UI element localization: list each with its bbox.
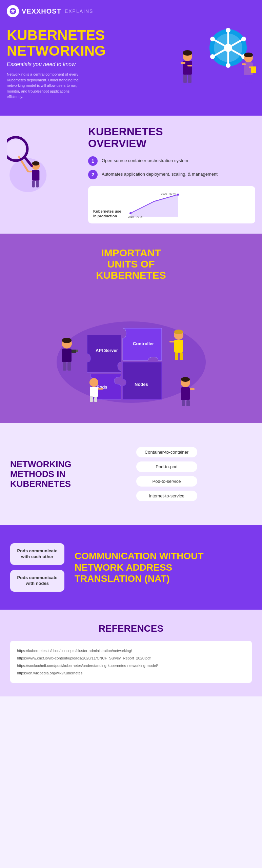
svg-rect-59 — [63, 362, 66, 371]
svg-rect-63 — [98, 388, 103, 390]
svg-rect-77 — [186, 400, 190, 406]
svg-point-13 — [210, 37, 215, 41]
ref-link-3[interactable]: https://sookocheff.com/post/kubernetes/u… — [17, 662, 245, 669]
svg-text:2020 - 83 %: 2020 - 83 % — [161, 192, 176, 195]
svg-point-45 — [177, 194, 179, 196]
method-pod-to-service: Pod-to-service — [136, 476, 197, 487]
point-text-1: Open source container orchestration syst… — [102, 156, 188, 164]
svg-rect-76 — [182, 400, 185, 406]
svg-rect-64 — [90, 396, 93, 402]
hero-title: KUBERNETESNETWORKING — [7, 27, 115, 59]
logo-area: VEXXHOST — [7, 5, 61, 17]
svg-rect-29 — [249, 75, 252, 83]
units-title: IMPORTANTUNITS OFKUBERNETES — [7, 247, 255, 281]
svg-rect-38 — [36, 181, 39, 188]
overview-title: KUBERNETESOVERVIEW — [88, 126, 255, 150]
overview-points: 1 Open source container orchestration sy… — [88, 156, 255, 179]
svg-rect-28 — [245, 75, 248, 83]
svg-rect-58 — [76, 351, 78, 352]
hero-section: KUBERNETESNETWORKING Essentials you need… — [0, 21, 262, 116]
svg-rect-74 — [181, 387, 190, 400]
references-section: REFERENCES https://kubernetes.io/docs/co… — [0, 610, 262, 696]
svg-rect-37 — [32, 181, 35, 188]
svg-point-15 — [210, 54, 215, 59]
svg-rect-69 — [169, 341, 174, 342]
chart-visual: 2019 - 78 % 2020 - 83 % — [127, 191, 250, 218]
svg-rect-65 — [94, 397, 97, 402]
magnify-illustration — [7, 126, 81, 195]
svg-point-34 — [32, 161, 40, 166]
svg-text:Controller: Controller — [133, 341, 154, 346]
svg-point-30 — [244, 53, 253, 57]
svg-rect-21 — [183, 75, 187, 83]
svg-rect-31 — [251, 66, 256, 73]
units-section: IMPORTANTUNITS OFKUBERNETES API Server C… — [0, 234, 262, 423]
chart-box: Kubernetes use in production 2019 - 78 %… — [88, 186, 255, 223]
overview-point-1: 1 Open source container orchestration sy… — [88, 156, 255, 166]
badge-pods-nodes: Pods communicate with nodes — [10, 570, 64, 592]
svg-rect-60 — [67, 362, 71, 371]
communication-badges: Pods communicate with each other Pods co… — [10, 543, 64, 592]
svg-rect-20 — [187, 65, 192, 66]
svg-text:API Server: API Server — [96, 348, 118, 353]
svg-rect-22 — [188, 75, 192, 83]
point-text-2: Automates application deployment, scalin… — [102, 170, 218, 177]
svg-point-11 — [226, 28, 230, 33]
point-number-2: 2 — [88, 170, 98, 179]
ref-link-1[interactable]: https://kubernetes.io/docs/concepts/clus… — [17, 647, 245, 654]
logo-text: VEXXHOST — [22, 7, 61, 15]
units-illustration: API Server Controller Pods Nodes — [7, 291, 255, 410]
overview-section: KUBERNETESOVERVIEW 1 Open source contain… — [0, 116, 262, 234]
svg-text:Nodes: Nodes — [135, 382, 148, 387]
communication-title: COMMUNICATION WITHOUTNETWORK ADDRESSTRAN… — [75, 550, 204, 585]
svg-point-23 — [183, 50, 192, 56]
svg-rect-70 — [175, 353, 178, 360]
svg-marker-43 — [130, 195, 178, 217]
communication-section: Pods communicate with each other Pods co… — [0, 525, 262, 610]
point-number-1: 1 — [88, 156, 98, 166]
svg-rect-35 — [32, 170, 40, 181]
svg-point-61 — [89, 378, 98, 387]
overview-point-2: 2 Automates application deployment, scal… — [88, 170, 255, 179]
svg-point-4 — [224, 44, 232, 52]
svg-rect-68 — [174, 340, 183, 353]
hero-description: Networking is a central component of eve… — [7, 72, 81, 100]
svg-rect-19 — [181, 62, 185, 64]
logo-icon — [7, 5, 19, 17]
networking-methods: Container-to-container Pod-to-pod Pod-to… — [81, 447, 252, 501]
svg-point-41 — [7, 140, 25, 158]
svg-point-44 — [129, 212, 132, 214]
svg-rect-55 — [62, 349, 72, 362]
header: VEXXHOST EXPLAINS — [0, 0, 262, 21]
svg-point-12 — [226, 63, 230, 68]
svg-rect-26 — [242, 63, 246, 65]
references-box: https://kubernetes.io/docs/concepts/clus… — [10, 641, 252, 683]
method-internet-to-service: Internet-to-service — [136, 491, 197, 501]
references-title: REFERENCES — [10, 623, 252, 634]
svg-rect-62 — [90, 387, 98, 397]
method-container-to-container: Container-to-container — [136, 447, 197, 457]
chart-label: Kubernetes use in production — [93, 209, 124, 219]
svg-point-73 — [181, 377, 190, 382]
explains-label: EXPLAINS — [65, 8, 93, 14]
svg-point-16 — [241, 37, 246, 41]
networking-title: NETWORKINGMETHODS INKUBERNETES — [10, 459, 71, 489]
svg-text:2019 - 78 %: 2019 - 78 % — [128, 215, 142, 218]
networking-section: NETWORKINGMETHODS INKUBERNETES Container… — [0, 423, 262, 525]
overview-content: KUBERNETESOVERVIEW 1 Open source contain… — [88, 126, 255, 223]
svg-rect-71 — [180, 353, 183, 360]
hero-illustration — [170, 24, 259, 99]
ref-link-2[interactable]: https://www.cncf.io/wp-content/uploads/2… — [17, 654, 245, 662]
svg-rect-57 — [72, 350, 76, 353]
badge-pods-each-other: Pods communicate with each other — [10, 543, 64, 565]
svg-point-54 — [62, 338, 72, 343]
svg-point-67 — [174, 330, 183, 334]
ref-link-4[interactable]: https://en.wikipedia.org/wiki/Kubernetes — [17, 669, 245, 677]
svg-rect-75 — [190, 388, 195, 390]
method-pod-to-pod: Pod-to-pod — [136, 461, 197, 472]
